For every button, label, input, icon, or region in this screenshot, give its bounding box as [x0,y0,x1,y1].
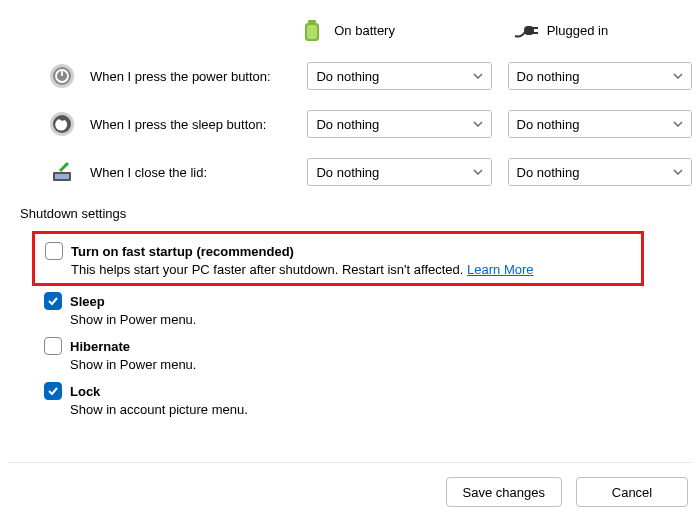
row-label-close-lid: When I close the lid: [90,165,207,180]
checkbox-fast-startup[interactable] [45,242,63,260]
option-title-lock: Lock [70,384,100,399]
dropdown-power-battery[interactable]: Do nothing [307,62,491,90]
svg-rect-2 [307,25,317,39]
dropdown-value: Do nothing [316,69,379,84]
dropdown-value: Do nothing [316,117,379,132]
chevron-down-icon [673,167,683,177]
dropdown-sleep-plugged[interactable]: Do nothing [508,110,692,138]
battery-icon [298,16,326,44]
checkbox-sleep[interactable] [44,292,62,310]
option-desc-lock: Show in account picture menu. [70,402,692,417]
row-label-sleep-button: When I press the sleep button: [90,117,266,132]
option-desc-fast-startup: This helps start your PC faster after sh… [71,262,463,277]
dropdown-value: Do nothing [316,165,379,180]
chevron-down-icon [673,71,683,81]
row-label-power-button: When I press the power button: [90,69,271,84]
option-title-hibernate: Hibernate [70,339,130,354]
column-header-battery: On battery [334,23,395,38]
plug-icon [511,16,539,44]
chevron-down-icon [473,71,483,81]
power-button-icon [48,62,76,90]
checkbox-lock[interactable] [44,382,62,400]
svg-rect-13 [55,174,69,179]
checkbox-hibernate[interactable] [44,337,62,355]
option-title-sleep: Sleep [70,294,105,309]
dropdown-value: Do nothing [517,117,580,132]
chevron-down-icon [473,119,483,129]
sleep-button-icon [48,110,76,138]
divider [8,462,692,463]
dropdown-sleep-battery[interactable]: Do nothing [307,110,491,138]
section-shutdown-settings: Shutdown settings [20,206,692,221]
cancel-button[interactable]: Cancel [576,477,688,507]
chevron-down-icon [673,119,683,129]
option-title-fast-startup: Turn on fast startup (recommended) [71,244,294,259]
dropdown-lid-battery[interactable]: Do nothing [307,158,491,186]
dropdown-value: Do nothing [517,165,580,180]
dropdown-power-plugged[interactable]: Do nothing [508,62,692,90]
option-desc-hibernate: Show in Power menu. [70,357,692,372]
svg-rect-3 [524,26,534,35]
dropdown-lid-plugged[interactable]: Do nothing [508,158,692,186]
learn-more-link[interactable]: Learn More [467,262,533,277]
column-header-plugged-in: Plugged in [547,23,608,38]
svg-rect-0 [308,20,316,23]
dropdown-value: Do nothing [517,69,580,84]
option-desc-sleep: Show in Power menu. [70,312,692,327]
highlight-fast-startup: Turn on fast startup (recommended) This … [32,231,644,286]
laptop-lid-icon [48,158,76,186]
chevron-down-icon [473,167,483,177]
save-changes-button[interactable]: Save changes [446,477,562,507]
